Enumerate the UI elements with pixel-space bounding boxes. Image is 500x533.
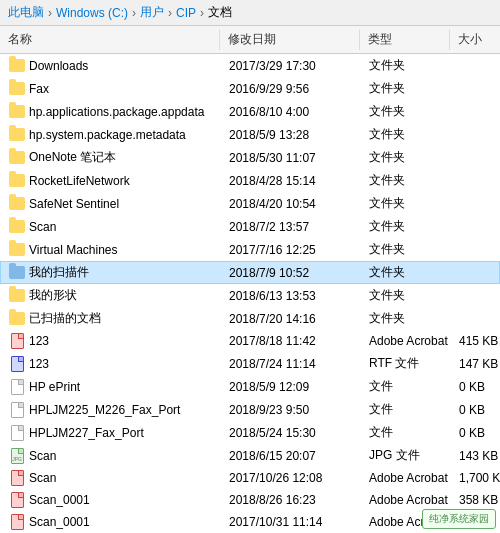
file-name: HP ePrint (1, 377, 221, 396)
folder-icon (9, 82, 25, 95)
file-modified: 2016/9/29 9:56 (221, 79, 361, 98)
file-modified: 2017/8/18 11:42 (221, 332, 361, 350)
breadcrumb-cip[interactable]: CIP (176, 6, 196, 20)
file-size (451, 102, 500, 121)
table-row[interactable]: 已扫描的文档2018/7/20 14:16文件夹 (0, 307, 500, 330)
table-row[interactable]: hp.applications.package.appdata2016/8/10… (0, 100, 500, 123)
file-name: OneNote 笔记本 (1, 148, 221, 167)
file-modified: 2018/4/20 10:54 (221, 194, 361, 213)
file-name: JPGScan (1, 446, 221, 465)
folder-icon (9, 174, 25, 187)
folder-icon (9, 197, 25, 210)
file-type: JPG 文件 (361, 446, 451, 465)
file-modified: 2018/5/9 12:09 (221, 377, 361, 396)
table-row[interactable]: HP ePrint2018/5/9 12:09文件0 KB (0, 375, 500, 398)
file-size: 358 KB (451, 491, 500, 509)
breadcrumb-this-pc[interactable]: 此电脑 (8, 4, 44, 21)
file-size (451, 309, 500, 328)
file-name: HPLJM225_M226_Fax_Port (1, 400, 221, 419)
file-type: 文件夹 (361, 286, 451, 305)
file-type: 文件 (361, 400, 451, 419)
file-size (451, 56, 500, 75)
file-explorer: 此电脑 › Windows (C:) › 用户 › CIP › 文档 名称 修改… (0, 0, 500, 533)
file-name: hp.system.package.metadata (1, 125, 221, 144)
file-modified: 2018/9/23 9:50 (221, 400, 361, 419)
file-type: Adobe Acrobat ... (361, 491, 451, 509)
file-type: 文件夹 (361, 56, 451, 75)
file-size (451, 79, 500, 98)
table-row[interactable]: Virtual Machines2017/7/16 12:25文件夹 (0, 238, 500, 261)
file-type: 文件夹 (361, 217, 451, 236)
file-name: Fax (1, 79, 221, 98)
table-row[interactable]: OneNote 笔记本2018/5/30 11:07文件夹 (0, 146, 500, 169)
pdf-icon (11, 492, 24, 508)
file-type: 文件夹 (361, 79, 451, 98)
col-modified[interactable]: 修改日期 (220, 29, 360, 50)
file-modified: 2018/8/26 16:23 (221, 491, 361, 509)
file-type: Adobe Acrobat ... (361, 469, 451, 487)
file-type: 文件夹 (361, 309, 451, 328)
file-modified: 2018/6/15 20:07 (221, 446, 361, 465)
file-size: 415 KB (451, 332, 500, 350)
file-size (451, 240, 500, 259)
folder-icon (9, 220, 25, 233)
table-row[interactable]: 我的形状2018/6/13 13:53文件夹 (0, 284, 500, 307)
file-type: Adobe Acrobat ... (361, 332, 451, 350)
file-size (451, 217, 500, 236)
file-name: HPLJM227_Fax_Port (1, 423, 221, 442)
file-list[interactable]: Downloads2017/3/29 17:30文件夹Fax2016/9/29 … (0, 54, 500, 533)
file-name: Scan_0001 (1, 491, 221, 509)
jpg-icon: JPG (11, 448, 24, 464)
table-row[interactable]: HPLJM227_Fax_Port2018/5/24 15:30文件0 KB (0, 421, 500, 444)
file-type: 文件夹 (361, 240, 451, 259)
file-modified: 2018/7/2 13:57 (221, 217, 361, 236)
file-name: Scan (1, 217, 221, 236)
file-name: Virtual Machines (1, 240, 221, 259)
table-row[interactable]: Scan2018/7/2 13:57文件夹 (0, 215, 500, 238)
table-row[interactable]: RocketLifeNetwork2018/4/28 15:14文件夹 (0, 169, 500, 192)
table-row[interactable]: 1232018/7/24 11:14RTF 文件147 KB (0, 352, 500, 375)
file-modified: 2017/3/29 17:30 (221, 56, 361, 75)
file-modified: 2017/10/31 11:14 (221, 513, 361, 531)
file-modified: 2018/7/24 11:14 (221, 354, 361, 373)
table-row[interactable]: 1232017/8/18 11:42Adobe Acrobat ...415 K… (0, 330, 500, 352)
breadcrumb-documents: 文档 (208, 4, 232, 21)
file-name: RocketLifeNetwork (1, 171, 221, 190)
watermark: 纯净系统家园 (422, 509, 496, 529)
col-size[interactable]: 大小 (450, 29, 500, 50)
file-size: 1,700 KB (451, 469, 500, 487)
folder-icon (9, 289, 25, 302)
folder-icon (9, 59, 25, 72)
table-row[interactable]: Scan2017/10/26 12:08Adobe Acrobat ...1,7… (0, 467, 500, 489)
file-modified: 2018/7/20 14:16 (221, 309, 361, 328)
pdf-icon (11, 333, 24, 349)
table-row[interactable]: HPLJM225_M226_Fax_Port2018/9/23 9:50文件0 … (0, 398, 500, 421)
table-row[interactable]: Downloads2017/3/29 17:30文件夹 (0, 54, 500, 77)
file-type: 文件夹 (361, 102, 451, 121)
table-row[interactable]: hp.system.package.metadata2018/5/9 13:28… (0, 123, 500, 146)
col-name[interactable]: 名称 (0, 29, 220, 50)
table-row[interactable]: Scan_00012018/8/26 16:23Adobe Acrobat ..… (0, 489, 500, 511)
file-modified: 2018/4/28 15:14 (221, 171, 361, 190)
file-modified: 2017/10/26 12:08 (221, 469, 361, 487)
col-type[interactable]: 类型 (360, 29, 450, 50)
file-size: 143 KB (451, 446, 500, 465)
breadcrumb-windows-c[interactable]: Windows (C:) (56, 6, 128, 20)
file-name: 已扫描的文档 (1, 309, 221, 328)
breadcrumb-users[interactable]: 用户 (140, 4, 164, 21)
file-modified: 2018/6/13 13:53 (221, 286, 361, 305)
table-row[interactable]: Fax2016/9/29 9:56文件夹 (0, 77, 500, 100)
folder-icon (9, 128, 25, 141)
file-size (451, 263, 500, 282)
file-modified: 2018/5/9 13:28 (221, 125, 361, 144)
table-row[interactable]: JPGScan2018/6/15 20:07JPG 文件143 KB (0, 444, 500, 467)
file-size (451, 125, 500, 144)
file-size (451, 194, 500, 213)
table-row[interactable]: SafeNet Sentinel2018/4/20 10:54文件夹 (0, 192, 500, 215)
file-size: 147 KB (451, 354, 500, 373)
table-row[interactable]: 我的扫描件2018/7/9 10:52文件夹 (0, 261, 500, 284)
file-name: 我的形状 (1, 286, 221, 305)
file-name: 我的扫描件 (1, 263, 221, 282)
file-size: 0 KB (451, 400, 500, 419)
file-type: 文件夹 (361, 171, 451, 190)
